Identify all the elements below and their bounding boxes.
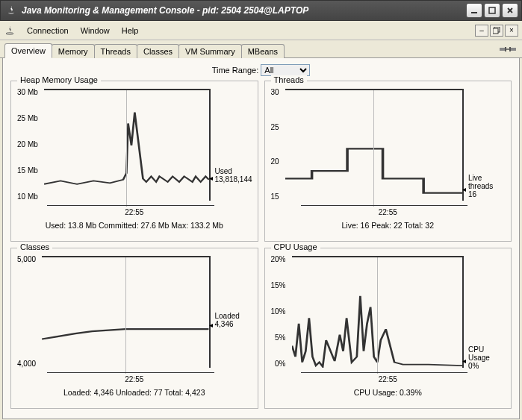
doc-minimize-button[interactable]: – (475, 25, 488, 37)
panel-classes: Classes 5,000 4,000 ◂ Loaded 4,346 (10, 248, 258, 409)
panel-cpu-title: CPU Usage (271, 242, 320, 251)
svg-point-2 (6, 32, 13, 34)
time-range-label: Time Range: (212, 66, 259, 75)
connection-status-icon (500, 44, 516, 56)
time-range-row: Time Range: All (10, 64, 512, 76)
heap-plot[interactable] (44, 89, 211, 201)
time-range-select[interactable]: All (261, 64, 310, 76)
cpu-xlabel: 22:55 (271, 375, 506, 383)
cpu-yaxis: 20% 15% 10% 5% 0% (271, 256, 289, 368)
classes-yaxis: 5,000 4,000 (17, 256, 39, 368)
menubar: Connection Window Help – × (0, 21, 522, 40)
tab-classes[interactable]: Classes (137, 44, 179, 58)
panel-heap: Heap Memory Usage 30 Mb 25 Mb 20 Mb 15 M… (10, 81, 258, 242)
window-titlebar: Java Monitoring & Management Console - p… (0, 0, 522, 21)
minimize-button[interactable] (466, 3, 482, 18)
heap-legend: ◂ Used 13,818,144 (211, 89, 252, 201)
java-icon (5, 4, 17, 16)
cpu-plot[interactable] (292, 256, 464, 368)
svg-rect-8 (509, 47, 511, 51)
window-title: Java Monitoring & Management Console - p… (22, 5, 466, 16)
doc-restore-button[interactable] (490, 25, 503, 37)
maximize-button[interactable] (484, 3, 500, 18)
svg-rect-4 (493, 28, 498, 34)
app-icon (3, 24, 16, 37)
cpu-legend: ◂ CPU Usage 0% (464, 256, 505, 368)
tab-mbeans[interactable]: MBeans (241, 44, 285, 58)
classes-stats: Loaded: 4,346 Unloaded: 77 Total: 4,423 (17, 388, 252, 397)
panel-heap-title: Heap Memory Usage (17, 75, 101, 84)
overview-content: Time Range: All Heap Memory Usage 30 Mb … (2, 58, 520, 419)
panel-classes-title: Classes (17, 242, 52, 251)
menu-window[interactable]: Window (75, 23, 116, 38)
tab-threads[interactable]: Threads (94, 44, 137, 58)
threads-plot[interactable] (285, 89, 464, 201)
panel-cpu: CPU Usage 20% 15% 10% 5% 0% ◂ (264, 248, 512, 409)
svg-rect-1 (489, 7, 495, 13)
panel-threads: Threads 30 25 20 15 ◂ Live threads (264, 81, 512, 242)
menu-help[interactable]: Help (116, 23, 145, 38)
menu-connection[interactable]: Connection (21, 23, 75, 38)
window-controls (466, 3, 518, 18)
threads-legend: ◂ Live threads 16 (464, 89, 505, 201)
heap-stats: Used: 13.8 Mb Committed: 27.6 Mb Max: 13… (17, 221, 252, 230)
classes-plot[interactable] (42, 256, 210, 368)
svg-rect-0 (471, 12, 477, 13)
tab-memory[interactable]: Memory (52, 44, 95, 58)
cpu-stats: CPU Usage: 0.39% (271, 388, 506, 397)
classes-xlabel: 22:55 (17, 375, 252, 383)
tabbar: Overview Memory Threads Classes VM Summa… (0, 40, 522, 58)
threads-yaxis: 30 25 20 15 (271, 89, 282, 201)
panel-threads-title: Threads (271, 75, 307, 84)
svg-rect-7 (505, 47, 506, 51)
svg-rect-6 (510, 48, 516, 51)
threads-stats: Live: 16 Peak: 22 Total: 32 (271, 221, 506, 230)
close-button[interactable] (502, 3, 518, 18)
doc-close-button[interactable]: × (505, 25, 518, 37)
heap-yaxis: 30 Mb 25 Mb 20 Mb 15 Mb 10 Mb (17, 89, 41, 201)
heap-xlabel: 22:55 (17, 208, 252, 216)
tab-overview[interactable]: Overview (4, 43, 52, 58)
svg-rect-5 (500, 48, 506, 51)
threads-xlabel: 22:55 (271, 208, 506, 216)
tab-vmsummary[interactable]: VM Summary (178, 44, 242, 58)
classes-legend: ◂ Loaded 4,346 (211, 256, 252, 368)
